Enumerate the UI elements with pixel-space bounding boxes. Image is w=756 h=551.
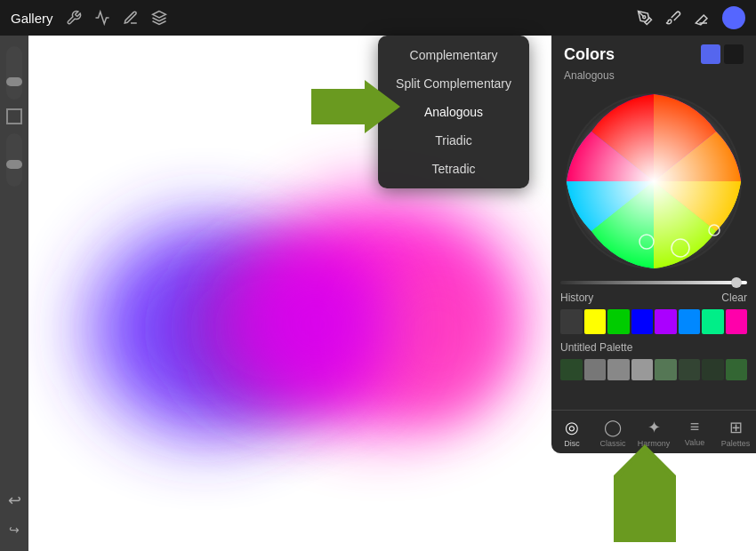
history-color-6[interactable] [702, 309, 724, 334]
dropdown-triadic[interactable]: Triadic [378, 126, 529, 155]
color-panel: Colors Analogous [551, 36, 756, 453]
brightness-slider[interactable] [560, 281, 747, 284]
tab-value-label: Value [685, 438, 704, 447]
color-panel-header: Colors [551, 36, 756, 69]
history-label: History [560, 291, 593, 304]
clear-button[interactable]: Clear [721, 291, 747, 304]
history-color-4[interactable] [655, 309, 677, 334]
toolbar-right [637, 6, 745, 29]
palette-label: Untitled Palette [560, 341, 747, 354]
palette-color-1[interactable] [584, 359, 607, 380]
pen-icon[interactable] [637, 10, 653, 26]
history-color-3[interactable] [631, 309, 654, 334]
up-arrow [614, 444, 676, 542]
svg-point-6 [236, 249, 396, 400]
wheel-slider-container[interactable] [551, 276, 756, 288]
history-header: History Clear [560, 291, 747, 304]
eraser-icon[interactable] [694, 10, 710, 26]
palette-color-3[interactable] [631, 359, 654, 380]
palettes-icon: ⊞ [729, 418, 743, 437]
undo-button[interactable]: ↩ [8, 491, 21, 517]
toolbar-left: Gallery [11, 10, 167, 26]
dropdown-split-complementary[interactable]: Split Complementary [378, 69, 529, 98]
value-icon: ≡ [690, 418, 700, 436]
dropdown-menu: Complementary Split Complementary Analog… [378, 36, 529, 188]
svg-marker-0 [152, 12, 165, 19]
history-color-5[interactable] [679, 309, 701, 334]
avatar[interactable] [722, 6, 745, 29]
disc-icon: ◎ [565, 418, 579, 437]
left-sidebar: ↩ ↪ [0, 36, 28, 551]
tab-disc-label: Disc [564, 439, 580, 448]
layers-icon[interactable] [151, 10, 167, 26]
palette-color-7[interactable] [726, 359, 748, 380]
history-color-7[interactable] [726, 309, 748, 334]
smudge-icon[interactable] [123, 10, 139, 26]
color-panel-subtitle: Analogous [551, 69, 756, 87]
palette-color-0[interactable] [560, 359, 583, 380]
history-colors [560, 309, 747, 334]
color-wheel[interactable] [565, 92, 743, 270]
harmony-icon: ✦ [647, 418, 661, 437]
gallery-button[interactable]: Gallery [11, 11, 53, 26]
palette-colors [560, 359, 747, 380]
brush-size-slider[interactable] [6, 46, 22, 100]
opacity-slider[interactable] [6, 133, 22, 187]
dropdown-complementary[interactable]: Complementary [378, 41, 529, 69]
opacity-box[interactable] [6, 108, 22, 124]
modify-icon[interactable] [94, 10, 110, 26]
tab-palettes-label: Palettes [721, 439, 751, 448]
color-swatches-header [701, 44, 744, 64]
color-wheel-container[interactable] [551, 87, 756, 276]
toolbar: Gallery [0, 0, 756, 36]
color-panel-title: Colors [564, 45, 615, 64]
tab-value[interactable]: ≡ Value [674, 416, 715, 450]
palette-section: Untitled Palette [551, 338, 756, 384]
wrench-icon[interactable] [66, 10, 82, 26]
brightness-thumb[interactable] [731, 277, 742, 288]
opacity-thumb [6, 160, 22, 169]
palette-color-2[interactable] [607, 359, 630, 380]
classic-icon: ◯ [604, 418, 622, 437]
svg-marker-13 [311, 80, 400, 133]
palette-color-5[interactable] [679, 359, 701, 380]
history-section: History Clear [551, 288, 756, 338]
secondary-color-swatch[interactable] [724, 44, 744, 64]
palette-color-4[interactable] [655, 359, 677, 380]
right-arrow [311, 80, 400, 133]
svg-point-1 [643, 16, 646, 19]
history-color-1[interactable] [584, 309, 607, 334]
history-color-0[interactable] [560, 309, 583, 334]
tab-palettes[interactable]: ⊞ Palettes [715, 416, 756, 450]
brush-size-thumb [6, 77, 22, 86]
brush-icon[interactable] [665, 10, 681, 26]
active-color-swatch[interactable] [701, 44, 720, 64]
palette-color-6[interactable] [702, 359, 724, 380]
dropdown-tetradic[interactable]: Tetradic [378, 155, 529, 183]
history-color-2[interactable] [607, 309, 630, 334]
redo-button[interactable]: ↪ [9, 523, 20, 544]
dropdown-analogous[interactable]: Analogous [378, 98, 529, 126]
tab-disc[interactable]: ◎ Disc [551, 416, 592, 450]
svg-marker-15 [614, 449, 676, 542]
